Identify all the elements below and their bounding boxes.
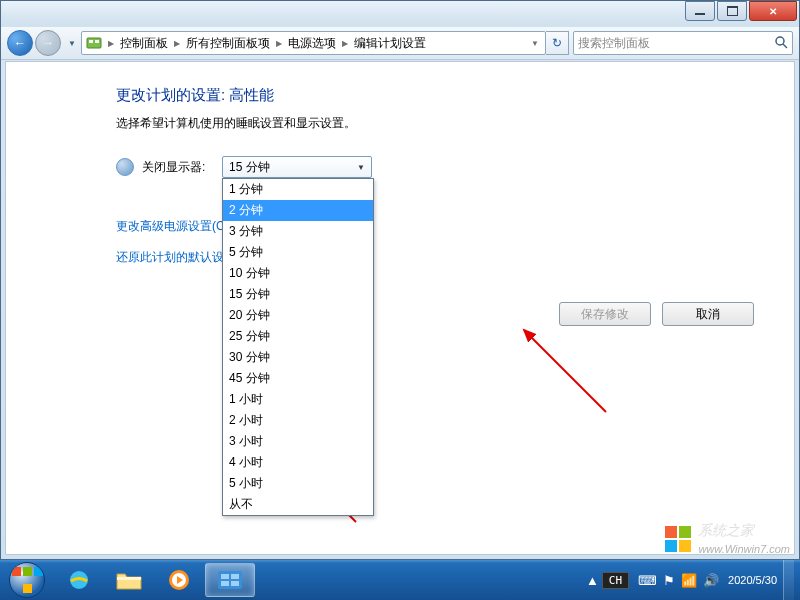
search-placeholder: 搜索控制面板	[578, 35, 650, 52]
dropdown-option[interactable]: 25 分钟	[223, 326, 373, 347]
watermark-url: www.Winwin7.com	[698, 543, 790, 555]
search-input[interactable]: 搜索控制面板	[573, 31, 793, 55]
page-title: 更改计划的设置: 高性能	[116, 86, 764, 105]
nav-history-dropdown[interactable]: ▼	[67, 39, 77, 48]
forward-button: →	[35, 30, 61, 56]
keyboard-icon[interactable]: ⌨	[638, 573, 657, 588]
taskbar-ie-icon[interactable]	[55, 564, 103, 596]
display-icon	[116, 158, 134, 176]
tray-up-icon[interactable]: ▲	[586, 573, 599, 588]
svg-line-4	[783, 44, 787, 48]
dropdown-option[interactable]: 20 分钟	[223, 305, 373, 326]
nav-row: ← → ▼ ▶ 控制面板 ▶ 所有控制面板项 ▶ 电源选项 ▶ 编辑计划设置 ▼…	[1, 27, 799, 60]
button-row: 保存修改 取消	[551, 302, 754, 326]
breadcrumb-seg[interactable]: 编辑计划设置	[350, 35, 430, 52]
back-button[interactable]: ←	[7, 30, 33, 56]
chevron-right-icon: ▶	[340, 39, 350, 48]
svg-rect-2	[95, 40, 99, 43]
svg-rect-14	[221, 581, 229, 586]
taskbar[interactable]: ▲ CH ⌨ ⚑ 📶 🔊 2020/5/30	[0, 560, 800, 600]
search-icon[interactable]	[774, 35, 788, 52]
address-bar[interactable]: ▶ 控制面板 ▶ 所有控制面板项 ▶ 电源选项 ▶ 编辑计划设置 ▼	[81, 31, 546, 55]
dropdown-list[interactable]: 1 分钟2 分钟3 分钟5 分钟10 分钟15 分钟20 分钟25 分钟30 分…	[222, 178, 374, 516]
clock[interactable]: 2020/5/30	[728, 574, 777, 587]
advanced-power-settings-link[interactable]: 更改高级电源设置(C)	[116, 218, 229, 235]
content-area: 更改计划的设置: 高性能 选择希望计算机使用的睡眠设置和显示设置。 关闭显示器:…	[5, 61, 795, 555]
close-button[interactable]	[749, 1, 797, 21]
watermark-text: 系统之家	[698, 522, 754, 538]
svg-point-3	[776, 37, 784, 45]
dropdown-option[interactable]: 10 分钟	[223, 263, 373, 284]
breadcrumb-seg[interactable]: 电源选项	[284, 35, 340, 52]
display-off-label: 关闭显示器:	[142, 159, 222, 176]
taskbar-control-panel-icon[interactable]	[205, 563, 255, 597]
dropdown-option[interactable]: 1 分钟	[223, 179, 373, 200]
dropdown-option[interactable]: 15 分钟	[223, 284, 373, 305]
dropdown-option[interactable]: 5 分钟	[223, 242, 373, 263]
dropdown-value: 15 分钟	[229, 159, 270, 176]
dropdown-option[interactable]: 30 分钟	[223, 347, 373, 368]
dropdown-option[interactable]: 3 小时	[223, 431, 373, 452]
breadcrumb-seg[interactable]: 所有控制面板项	[182, 35, 274, 52]
cancel-button[interactable]: 取消	[662, 302, 754, 326]
language-indicator[interactable]: CH	[602, 572, 629, 589]
dropdown-option[interactable]: 45 分钟	[223, 368, 373, 389]
control-panel-window: ← → ▼ ▶ 控制面板 ▶ 所有控制面板项 ▶ 电源选项 ▶ 编辑计划设置 ▼…	[0, 0, 800, 560]
svg-rect-1	[89, 40, 93, 43]
dropdown-option[interactable]: 从不	[223, 494, 373, 515]
save-button[interactable]: 保存修改	[559, 302, 651, 326]
refresh-button[interactable]: ↻	[546, 31, 569, 55]
clock-date: 2020/5/30	[728, 574, 777, 587]
dropdown-option[interactable]: 3 分钟	[223, 221, 373, 242]
show-desktop-button[interactable]	[783, 560, 794, 600]
windows-orb-icon	[9, 562, 45, 598]
display-off-setting-row: 关闭显示器: 15 分钟 ▼ 1 分钟2 分钟3 分钟5 分钟10 分钟15 分…	[116, 156, 764, 178]
network-icon[interactable]: 📶	[681, 573, 697, 588]
maximize-button[interactable]	[717, 1, 747, 21]
control-panel-icon	[86, 35, 102, 51]
volume-icon[interactable]: 🔊	[703, 573, 719, 588]
chevron-right-icon: ▶	[274, 39, 284, 48]
system-tray[interactable]: ▲ CH ⌨ ⚑ 📶 🔊 2020/5/30	[583, 560, 800, 600]
watermark: 系统之家 www.Winwin7.com	[664, 522, 790, 556]
svg-rect-11	[218, 571, 242, 589]
start-button[interactable]	[0, 560, 54, 600]
links-section: 更改高级电源设置(C) 还原此计划的默认设置(R)	[116, 218, 764, 280]
page-subtext: 选择希望计算机使用的睡眠设置和显示设置。	[116, 115, 764, 132]
dropdown-option[interactable]: 1 小时	[223, 389, 373, 410]
breadcrumb-seg[interactable]: 控制面板	[116, 35, 172, 52]
taskbar-media-player-icon[interactable]	[155, 564, 203, 596]
display-off-dropdown[interactable]: 15 分钟 ▼ 1 分钟2 分钟3 分钟5 分钟10 分钟15 分钟20 分钟2…	[222, 156, 372, 178]
chevron-right-icon: ▶	[172, 39, 182, 48]
svg-rect-8	[117, 577, 141, 580]
dropdown-option[interactable]: 2 分钟	[223, 200, 373, 221]
watermark-logo-icon	[664, 525, 692, 553]
chevron-right-icon: ▶	[106, 39, 116, 48]
taskbar-explorer-icon[interactable]	[105, 564, 153, 596]
dropdown-option[interactable]: 4 小时	[223, 452, 373, 473]
svg-rect-13	[231, 574, 239, 579]
svg-line-6	[524, 330, 606, 412]
svg-rect-12	[221, 574, 229, 579]
chevron-down-icon[interactable]: ▼	[529, 39, 541, 48]
dropdown-option[interactable]: 2 小时	[223, 410, 373, 431]
action-center-icon[interactable]: ⚑	[663, 573, 675, 588]
dropdown-display[interactable]: 15 分钟 ▼	[222, 156, 372, 178]
window-titlebar	[1, 1, 799, 27]
annotation-arrow	[506, 312, 626, 432]
chevron-down-icon: ▼	[357, 163, 365, 172]
svg-rect-15	[231, 581, 239, 586]
minimize-button[interactable]	[685, 1, 715, 21]
dropdown-option[interactable]: 5 小时	[223, 473, 373, 494]
